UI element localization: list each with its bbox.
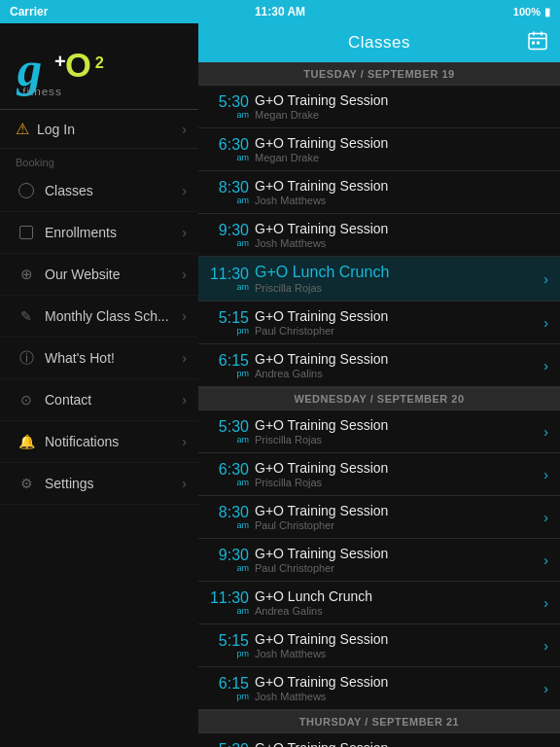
class-instructor: Priscilla Rojas: [255, 434, 540, 445]
class-info: G+O Lunch CrunchPriscilla Rojas: [255, 264, 540, 294]
class-chevron-icon: ›: [543, 681, 548, 696]
class-time: 5:30am: [206, 93, 249, 121]
class-time: 6:15pm: [206, 675, 249, 702]
class-item[interactable]: 6:15pmG+O Training SessionAndrea Galins›: [198, 344, 560, 387]
class-instructor: Josh Matthews: [255, 237, 544, 249]
class-time: 5:15pm: [206, 309, 249, 337]
svg-text:+: +: [54, 51, 66, 72]
class-info: G+O Training SessionPaul Christopher: [255, 308, 540, 337]
class-time: 5:30am: [206, 418, 249, 445]
class-instructor: Priscilla Rojas: [255, 282, 540, 294]
classes-list[interactable]: TUESDAY / SEPTEMBER 195:30amG+O Training…: [198, 62, 560, 747]
gear-icon: ⚙: [16, 473, 37, 494]
class-item[interactable]: 11:30amG+O Lunch CrunchPriscilla Rojas›: [198, 257, 560, 302]
class-item[interactable]: 5:15pmG+O Training SessionJosh Matthews›: [198, 624, 560, 667]
sidebar-item-contact[interactable]: ⊙ Contact ›: [0, 379, 198, 421]
class-time: 6:15pm: [206, 352, 249, 379]
class-instructor: Megan Drake: [255, 109, 544, 121]
svg-text:O: O: [65, 47, 91, 84]
class-time: 5:30am: [206, 741, 249, 747]
class-item[interactable]: 9:30amG+O Training SessionPaul Christoph…: [198, 539, 560, 582]
sidebar-item-our-website[interactable]: ⊕ Our Website ›: [0, 254, 198, 296]
class-chevron-icon: ›: [543, 510, 548, 525]
sidebar-label-classes: Classes: [45, 183, 182, 198]
battery-label: 100%: [513, 6, 541, 18]
calendar-icon[interactable]: [527, 30, 548, 56]
class-info: G+O Training SessionPaul Christopher: [255, 546, 540, 574]
chevron-our-website: ›: [182, 267, 187, 282]
sidebar-label-monthly: Monthly Class Sch...: [45, 308, 182, 324]
sidebar-label-settings: Settings: [45, 476, 182, 491]
class-item[interactable]: 5:30amG+O Training SessionPriscilla Roja…: [198, 410, 560, 453]
chevron-notifications: ›: [182, 434, 187, 449]
app-logo: g + O 2 fitness: [16, 39, 113, 97]
sidebar-label-whats-hot: What's Hot!: [45, 350, 182, 366]
class-time: 11:30am: [206, 589, 249, 617]
square-icon: [16, 222, 37, 243]
edit-icon: ✎: [16, 305, 37, 327]
class-info: G+O Training SessionAndrea Galins: [255, 740, 540, 747]
class-time: 9:30am: [206, 222, 249, 249]
sidebar-item-monthly[interactable]: ✎ Monthly Class Sch... ›: [0, 296, 198, 338]
logo-area: g + O 2 fitness: [0, 23, 198, 109]
status-bar: Carrier 11:30 AM 100% ▮: [0, 0, 560, 23]
login-chevron: ›: [182, 122, 187, 137]
chevron-classes: ›: [182, 183, 187, 198]
class-item[interactable]: 5:15pmG+O Training SessionPaul Christoph…: [198, 302, 560, 344]
sidebar-label-notifications: Notifications: [45, 434, 182, 449]
class-item[interactable]: 9:30amG+O Training SessionJosh Matthews: [198, 214, 560, 257]
class-name: G+O Training Session: [255, 178, 544, 194]
class-instructor: Paul Christopher: [255, 519, 540, 531]
chevron-monthly: ›: [182, 308, 187, 324]
day-header-0: TUESDAY / SEPTEMBER 19: [198, 62, 560, 86]
class-name: G+O Lunch Crunch: [255, 264, 540, 281]
class-instructor: Paul Christopher: [255, 562, 540, 574]
class-name: G+O Training Session: [255, 674, 540, 690]
battery-icon: ▮: [544, 6, 550, 18]
app-body: g + O 2 fitness ⚠ Log In › Booking Class…: [0, 23, 560, 747]
class-chevron-icon: ›: [543, 424, 548, 440]
svg-rect-10: [537, 42, 540, 45]
class-info: G+O Training SessionMegan Drake: [255, 135, 544, 163]
sidebar-item-settings[interactable]: ⚙ Settings ›: [0, 463, 198, 505]
class-item[interactable]: 6:15pmG+O Training SessionJosh Matthews›: [198, 667, 560, 710]
svg-text:2: 2: [95, 53, 104, 71]
class-info: G+O Training SessionPriscilla Rojas: [255, 417, 540, 445]
status-bar-right: 100% ▮: [513, 6, 550, 18]
sidebar-login[interactable]: ⚠ Log In ›: [0, 110, 198, 149]
sidebar-label-our-website: Our Website: [45, 267, 182, 282]
class-instructor: Andrea Galins: [255, 368, 540, 379]
class-chevron-icon: ›: [543, 358, 548, 374]
class-chevron-icon: ›: [543, 595, 548, 611]
class-time: 5:15pm: [206, 632, 249, 659]
sidebar-label-enrollments: Enrollments: [45, 225, 182, 240]
info-icon: ⓘ: [16, 347, 37, 369]
day-header-2: THURSDAY / SEPTEMBER 21: [198, 710, 560, 733]
day-header-1: WEDNESDAY / SEPTEMBER 20: [198, 387, 560, 410]
login-label: Log In: [37, 122, 182, 137]
chevron-enrollments: ›: [182, 225, 187, 240]
class-info: G+O Training SessionJosh Matthews: [255, 221, 544, 249]
sidebar-label-contact: Contact: [45, 392, 182, 408]
class-name: G+O Training Session: [255, 631, 540, 647]
class-item[interactable]: 11:30amG+O Lunch CrunchAndrea Galins›: [198, 582, 560, 624]
class-item[interactable]: 8:30amG+O Training SessionJosh Matthews: [198, 171, 560, 214]
class-item[interactable]: 6:30amG+O Training SessionMegan Drake: [198, 128, 560, 171]
class-name: G+O Training Session: [255, 503, 540, 518]
chevron-settings: ›: [182, 476, 187, 491]
class-chevron-icon: ›: [543, 271, 548, 287]
class-item[interactable]: 5:30amG+O Training SessionAndrea Galins›: [198, 733, 560, 747]
chevron-contact: ›: [182, 392, 187, 408]
class-info: G+O Training SessionJosh Matthews: [255, 631, 540, 659]
sidebar-item-classes[interactable]: Classes ›: [0, 170, 198, 212]
class-item[interactable]: 8:30amG+O Training SessionPaul Christoph…: [198, 496, 560, 539]
class-info: G+O Training SessionJosh Matthews: [255, 178, 544, 206]
class-instructor: Priscilla Rojas: [255, 477, 540, 488]
sidebar-item-enrollments[interactable]: Enrollments ›: [0, 212, 198, 254]
sidebar-item-notifications[interactable]: 🔔 Notifications ›: [0, 421, 198, 463]
class-time: 11:30am: [206, 266, 249, 293]
sidebar-item-whats-hot[interactable]: ⓘ What's Hot! ›: [0, 338, 198, 379]
class-item[interactable]: 6:30amG+O Training SessionPriscilla Roja…: [198, 453, 560, 496]
class-item[interactable]: 5:30amG+O Training SessionMegan Drake: [198, 86, 560, 128]
class-chevron-icon: ›: [543, 552, 548, 568]
